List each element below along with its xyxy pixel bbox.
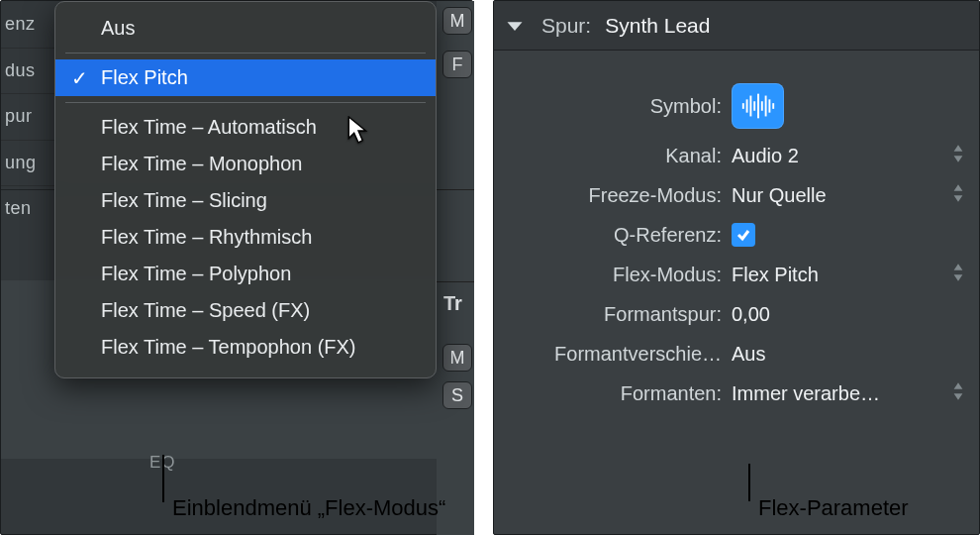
svg-rect-8 bbox=[772, 103, 774, 109]
stepper-icon[interactable] bbox=[951, 264, 967, 286]
left-panel: enz dus pur ung ten M F Tr M S EQ Aus ✓ … bbox=[0, 0, 473, 535]
menu-item-label: Aus bbox=[101, 17, 135, 39]
inspector-body: Symbol: Kana bbox=[494, 51, 979, 413]
freeze-value[interactable]: Nur Quelle bbox=[732, 184, 967, 207]
menu-item-flex-time-speed[interactable]: Flex Time – Speed (FX) bbox=[55, 292, 436, 329]
stepper-icon[interactable] bbox=[951, 145, 967, 167]
callout-flex-mode-menu: Einblendmenü „Flex-Modus“ bbox=[172, 495, 445, 521]
menu-item-flex-time-auto[interactable]: Flex Time – Automatisch bbox=[55, 109, 436, 146]
checkmark-icon: ✓ bbox=[71, 66, 88, 90]
inspector-header[interactable]: Spur: Synth Lead bbox=[494, 1, 979, 51]
svg-rect-3 bbox=[753, 101, 755, 111]
truncated-sidebar: enz dus pur ung ten bbox=[1, 1, 62, 298]
kanal-label: Kanal: bbox=[494, 145, 732, 167]
menu-divider bbox=[65, 102, 426, 103]
flexmodus-value[interactable]: Flex Pitch bbox=[732, 264, 967, 286]
value-text: 0,00 bbox=[732, 303, 770, 326]
menu-item-flex-time-poly[interactable]: Flex Time – Polyphon bbox=[55, 256, 436, 292]
callout-line bbox=[748, 464, 750, 501]
disclosure-triangle-icon[interactable] bbox=[502, 13, 528, 39]
track-section-label: Tr bbox=[443, 292, 462, 315]
track-label: Spur: bbox=[541, 14, 591, 38]
svg-rect-1 bbox=[745, 99, 747, 112]
callout-line bbox=[162, 455, 164, 502]
track-name: Synth Lead bbox=[605, 14, 710, 38]
svg-rect-7 bbox=[768, 99, 770, 112]
formantversch-value[interactable]: Aus bbox=[732, 343, 967, 366]
menu-item-label: Flex Time – Rhythmisch bbox=[101, 226, 312, 248]
flexmodus-label: Flex-Modus: bbox=[494, 264, 732, 286]
freeze-label: Freeze-Modus: bbox=[494, 184, 732, 207]
stepper-icon[interactable] bbox=[951, 382, 967, 405]
divider bbox=[437, 189, 474, 190]
menu-item-aus[interactable]: Aus bbox=[55, 10, 436, 47]
divider bbox=[437, 281, 474, 282]
qref-checkbox[interactable] bbox=[732, 223, 755, 247]
menu-item-label: Flex Time – Tempophon (FX) bbox=[101, 336, 356, 358]
symbol-label: Symbol: bbox=[494, 95, 732, 118]
stepper-icon[interactable] bbox=[951, 184, 967, 207]
formantspur-value[interactable]: 0,00 bbox=[732, 303, 967, 326]
value-text: Audio 2 bbox=[732, 145, 799, 167]
menu-item-label: Flex Time – Monophon bbox=[101, 153, 302, 174]
mute-button[interactable]: M bbox=[442, 344, 472, 372]
menu-item-label: Flex Time – Polyphon bbox=[101, 263, 291, 284]
sidebar-fragment: ung bbox=[1, 140, 62, 186]
sidebar-fragment: pur bbox=[1, 93, 62, 140]
flex-mode-popup[interactable]: Aus ✓ Flex Pitch Flex Time – Automatisch… bbox=[54, 1, 437, 378]
menu-item-label: Flex Time – Automatisch bbox=[101, 116, 317, 138]
flex-button[interactable]: F bbox=[442, 51, 472, 78]
track-icon-button[interactable] bbox=[732, 83, 784, 129]
menu-item-label: Flex Time – Speed (FX) bbox=[101, 299, 310, 321]
qref-label: Q-Referenz: bbox=[494, 224, 732, 247]
check-icon bbox=[735, 227, 751, 243]
menu-item-flex-time-mono[interactable]: Flex Time – Monophon bbox=[55, 146, 436, 182]
waveform-icon bbox=[739, 91, 777, 121]
menu-item-flex-time-slicing[interactable]: Flex Time – Slicing bbox=[55, 182, 436, 219]
formanten-label: Formanten: bbox=[494, 382, 732, 405]
value-text: Flex Pitch bbox=[732, 264, 819, 286]
formanten-value[interactable]: Immer verarbe… bbox=[732, 382, 967, 405]
svg-rect-2 bbox=[749, 96, 751, 117]
inspector-panel: Spur: Synth Lead Symbol: bbox=[493, 0, 980, 535]
menu-item-flex-pitch[interactable]: ✓ Flex Pitch bbox=[55, 59, 436, 96]
sidebar-fragment: dus bbox=[1, 48, 62, 94]
value-text: Aus bbox=[732, 343, 765, 366]
value-text: Nur Quelle bbox=[732, 184, 827, 207]
mute-button[interactable]: M bbox=[442, 7, 472, 35]
value-text: Immer verarbe… bbox=[732, 382, 880, 405]
svg-rect-4 bbox=[757, 94, 759, 119]
svg-rect-0 bbox=[741, 103, 743, 109]
svg-rect-5 bbox=[760, 101, 762, 111]
formantspur-label: Formantspur: bbox=[494, 303, 732, 326]
sidebar-fragment: enz bbox=[1, 1, 62, 48]
menu-item-flex-time-rhythmic[interactable]: Flex Time – Rhythmisch bbox=[55, 219, 436, 256]
menu-item-label: Flex Pitch bbox=[101, 66, 188, 88]
kanal-value[interactable]: Audio 2 bbox=[732, 145, 967, 167]
menu-item-flex-time-tempophon[interactable]: Flex Time – Tempophon (FX) bbox=[55, 329, 436, 366]
svg-rect-6 bbox=[764, 96, 766, 117]
solo-button[interactable]: S bbox=[442, 381, 472, 409]
menu-item-label: Flex Time – Slicing bbox=[101, 189, 267, 211]
menu-divider bbox=[65, 53, 426, 54]
sidebar-fragment: ten bbox=[1, 185, 62, 232]
track-button-strip: M F Tr M S bbox=[437, 1, 474, 535]
formantversch-label: Formantverschie… bbox=[494, 343, 732, 366]
callout-flex-parameter: Flex-Parameter bbox=[758, 495, 909, 521]
cursor-icon bbox=[347, 116, 373, 146]
